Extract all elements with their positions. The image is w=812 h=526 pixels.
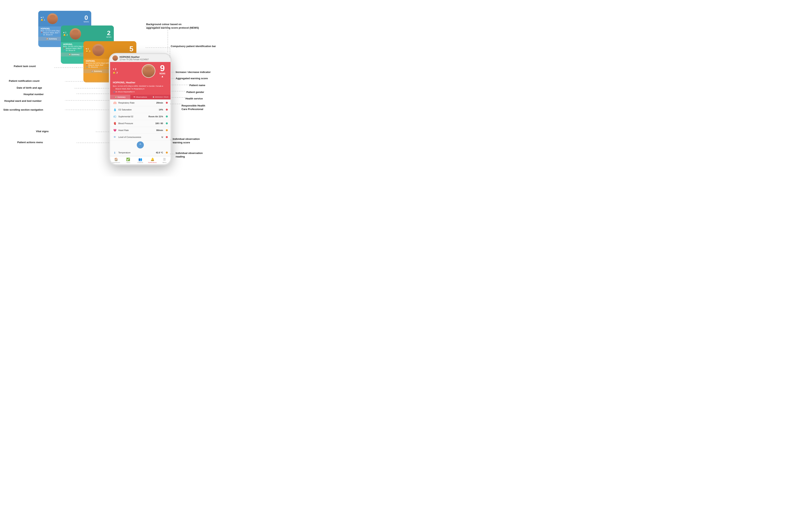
annotation-patient-notif: Patient notification count [9, 79, 40, 82]
bp-label: Blood Pressure [118, 122, 154, 124]
annotation-compulsory-id: Compulsory patient identification bar [171, 45, 216, 48]
annotation-patient-task: Patient task count [14, 65, 36, 67]
annotation-ward-bed: Hospital ward and bed number [4, 100, 42, 102]
supp-o2-value: Room Air 21% [148, 115, 163, 118]
patients-icon: 👥 [138, 157, 142, 161]
phone: HOPKINS Heather 12-nov-79 (39) Female #1… [109, 53, 172, 165]
supp-o2-label: Suplemental 02 [118, 115, 147, 118]
vital-supplemental-o2: 💨 Suplemental 02 Room Air 21% [110, 113, 171, 120]
heart-count: 2 [115, 67, 116, 71]
annotation-increase-decrease: Increase / decrease indicator [176, 71, 211, 74]
nav-tabs: 🏠 Summary 👁 Observations 📋 Admission / D… [110, 95, 171, 100]
bp-icon: 🫀 [113, 122, 117, 125]
respiratory-value: 29/min [156, 102, 163, 104]
vitals-list: 🫁 Respiratory Rate 29/min 💧 O2 Saturatio… [110, 100, 171, 156]
loc-label: Level of Consciousness [118, 136, 160, 138]
o2-dot [166, 109, 168, 110]
bottom-nav-tasks[interactable]: ✅ Tasks [122, 157, 134, 163]
green-news-score: 2 [106, 30, 112, 36]
patient-top-name: HOPKINS Heather [119, 56, 149, 58]
o2-icon: 💧 [113, 108, 117, 111]
tab-admission[interactable]: 📋 Admission / Disch [150, 95, 171, 100]
annotation-ind-obs-read: Individual observationreading [176, 151, 203, 159]
temp-dot [166, 152, 168, 153]
annotation-patient-gender: Patient gender [186, 91, 204, 93]
annotation-patient-name: Patient name [189, 84, 205, 87]
annotation-hosp-num: Hospital number [24, 93, 44, 96]
news-score-value: 9 [157, 64, 168, 73]
annotation-vital-signs: Vital signs [36, 130, 49, 133]
bp-value: 180 / 80 [155, 122, 163, 124]
patient-top-meta: 12-nov-79 (39) Female #1234567 [119, 58, 149, 61]
temp-value: 42.0 °C [156, 151, 163, 154]
vital-heart-rate: 💗 Heart Rate 99/min [110, 127, 171, 134]
vital-temperature: 🌡 Temperature 42.0 °C [110, 149, 171, 156]
annotation-dob-age: Date of birth and age [17, 86, 42, 89]
annotation-ind-obs-warn: Individual observationwarning score [173, 137, 200, 144]
vital-o2-saturation: 💧 O2 Saturation 14% [110, 106, 171, 113]
patient-id-bar: HOPKINS Heather 12-nov-79 (39) Female #1… [110, 54, 171, 62]
o2-label: O2 Saturation [118, 108, 157, 111]
bp-dot [166, 122, 168, 124]
orange-news-score: 5 [129, 45, 134, 52]
patient-ward-service: 📍 Beacon Ward, Bed 7 ● Respiratory ● [113, 88, 168, 90]
annotation-health-service: Health service [186, 97, 203, 100]
menu-icon: ☰ [163, 157, 166, 161]
action-fab[interactable]: ^ [137, 141, 144, 149]
bottom-nav-patients[interactable]: 👥 Patients [134, 157, 146, 163]
patient-info-bar: HOPKINS, Heather Born: 14-Oct-1979 (39y)… [110, 80, 171, 95]
annotation-resp-hcp: Responsible HealthCare Professional [182, 104, 205, 111]
news-score-box: 9 NEWS ▲ [157, 64, 168, 78]
patient-doctor: 🩺 Dr. Bruce Mayweather ● [113, 90, 168, 93]
o2-value: 14% [159, 108, 163, 111]
patient-main-header: ♥ 2 🔔 7 9 NEWS ▲ [110, 62, 171, 80]
tab-summary[interactable]: 🏠 Summary [110, 95, 130, 100]
patients-label: Patients [137, 162, 143, 163]
menu-label: Menu [162, 162, 166, 163]
dashboard-label: Dashboard [112, 162, 120, 163]
fab-row: ^ [110, 141, 171, 149]
supp-o2-dot [166, 116, 168, 118]
temp-label: Temperature [118, 151, 154, 154]
loc-value: U [161, 136, 163, 138]
tasks-label: Tasks [126, 162, 130, 163]
bottom-nav-notifications[interactable]: 🔔 Notifications [146, 157, 159, 163]
respiratory-dot [166, 102, 168, 104]
vital-blood-pressure: 🫀 Blood Pressure 180 / 80 [110, 120, 171, 127]
patient-dob-mrn: Born: 14-Oct-1979 (39y) ● MRN: 06438497 … [113, 85, 168, 88]
hr-icon: 💗 [113, 129, 117, 132]
tab-observations[interactable]: 👁 Observations [130, 95, 150, 100]
news-score-label: NEWS [157, 73, 168, 75]
supp-o2-icon: 💨 [113, 115, 117, 118]
tasks-icon: ✅ [126, 157, 130, 161]
temp-icon: 🌡 [113, 151, 117, 154]
respiratory-label: Respiratory Rate [118, 102, 155, 104]
increase-indicator: ▲ [157, 75, 168, 78]
hr-label: Heart Rate [118, 129, 155, 131]
green-news-label: NEWS [106, 36, 112, 38]
orange-tab-summary[interactable]: 🏠 Summary [83, 69, 110, 73]
patient-full-name: HOPKINS, Heather [113, 80, 168, 85]
dashboard-icon: 🏠 [114, 157, 118, 161]
bottom-nav-menu[interactable]: ☰ Menu [158, 157, 171, 163]
hr-value: 99/min [156, 129, 163, 131]
notifications-label: Notifications [148, 162, 157, 163]
vital-loc: 👁 Level of Consciousness U [110, 134, 171, 141]
vital-respiratory-rate: 🫁 Respiratory Rate 29/min [110, 100, 171, 106]
notifications-icon: 🔔 [150, 157, 155, 161]
loc-dot [166, 136, 168, 138]
blue-doctor: Dr. Bruce M [43, 34, 53, 36]
bottom-nav: 🏠 Dashboard ✅ Tasks 👥 Patients 🔔 Notific… [110, 156, 171, 164]
blue-news-label: NEWS [84, 21, 89, 23]
blue-ward: Beacon Ward, Bed 7 [43, 32, 60, 34]
annotation-agg-warning: Aggregated warning score [176, 77, 208, 80]
annotation-side-scroll: Side scrolling section navigation [3, 108, 43, 111]
respiratory-icon: 🫁 [113, 101, 117, 104]
annotation-bg-colour: Background colour based onaggregated war… [146, 22, 199, 30]
loc-icon: 👁 [113, 136, 117, 139]
annotation-patient-actions: Patient actions menu [17, 141, 43, 144]
bottom-nav-dashboard[interactable]: 🏠 Dashboard [110, 157, 122, 163]
hr-dot [166, 129, 168, 131]
bell-count: 7 [116, 71, 118, 74]
blue-news-score: 0 [84, 15, 89, 21]
